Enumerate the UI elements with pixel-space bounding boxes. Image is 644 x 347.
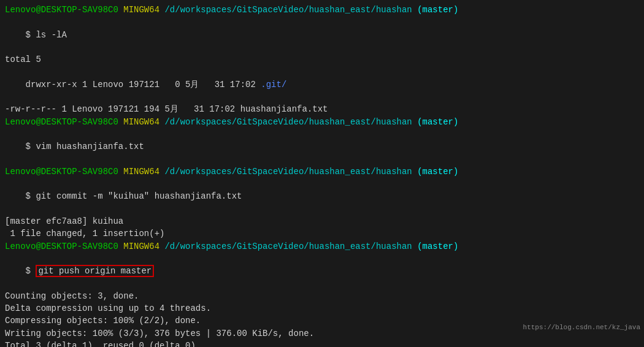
cmd-commit-line: $ git commit -m "kuihua" huashanjianfa.t…: [5, 178, 639, 215]
cmd-ls-line: $ ls -lA: [5, 16, 639, 53]
cmd-push-line: $ git push origin master: [5, 253, 639, 290]
output-file: -rw-r--r-- 1 Lenovo 197121 194 5月 31 17:…: [5, 103, 639, 115]
prompt-line-2: Lenovo@DESKTOP-SAV98C0 MINGW64 /d/worksp…: [5, 116, 639, 128]
output-counting: Counting objects: 3, done.: [5, 290, 639, 302]
prompt-line-1: Lenovo@DESKTOP-SAV98C0 MINGW64 /d/worksp…: [5, 4, 639, 16]
output-delta-compress: Delta compression using up to 4 threads.: [5, 302, 639, 315]
user-host-1: Lenovo@DESKTOP-SAV98C0: [5, 4, 118, 16]
git-push-command: git push origin master: [36, 265, 154, 277]
output-total-delta: Total 3 (delta 1), reused 0 (delta 0): [5, 340, 639, 347]
terminal: Lenovo@DESKTOP-SAV98C0 MINGW64 /d/worksp…: [0, 0, 644, 347]
prompt-line-4: Lenovo@DESKTOP-SAV98C0 MINGW64 /d/worksp…: [5, 240, 639, 253]
output-git-dir: drwxr-xr-x 1 Lenovo 197121 0 5月 31 17:02…: [5, 66, 639, 103]
prompt-line-3: Lenovo@DESKTOP-SAV98C0 MINGW64 /d/worksp…: [5, 166, 639, 178]
output-total: total 5: [5, 53, 639, 66]
watermark-url: https://blog.csdn.net/kz_java: [519, 322, 644, 334]
output-file-changed: 1 file changed, 1 insertion(+): [5, 227, 639, 240]
cmd-vim-line: $ vim huashanjianfa.txt: [5, 128, 639, 166]
output-master-commit: [master efc7aa8] kuihua: [5, 215, 639, 227]
